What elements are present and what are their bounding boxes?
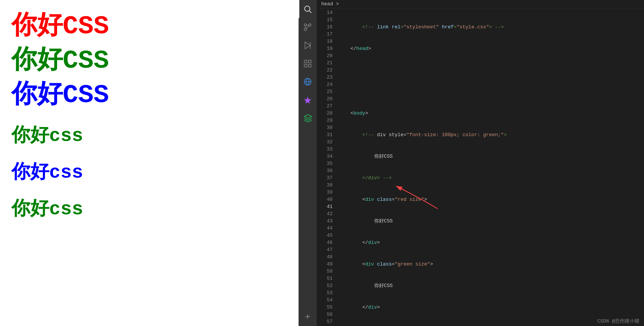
code-line-25: <div class="green size">: [339, 261, 644, 268]
sidebar-item-run[interactable]: [299, 36, 317, 54]
preview-text-2: 你好CSS: [11, 42, 287, 76]
code-line-14: <!-- link rel="stylesheet" href="style.c…: [339, 23, 644, 31]
svg-rect-8: [308, 60, 311, 63]
line-numbers: 14 15 16 17 18 19 20 21 22 23 24 25 26 2…: [317, 8, 336, 326]
code-line-17: [339, 88, 644, 95]
code-line-19: <!-- div style="font-size: 100px; color:…: [339, 131, 644, 138]
activity-bar: +: [299, 0, 317, 326]
svg-rect-10: [308, 64, 311, 67]
code-line-20: 你好CSS: [339, 153, 644, 160]
code-line-24: </div>: [339, 239, 644, 246]
preview-text-4: 你好css: [11, 122, 287, 147]
code-content[interactable]: <!-- link rel="stylesheet" href="style.c…: [336, 8, 644, 326]
code-line-22: <div class="red size">: [339, 196, 644, 203]
code-line-26: 你好CSS: [339, 282, 644, 289]
preview-text-1: 你好CSS: [11, 8, 287, 42]
svg-point-0: [305, 6, 310, 11]
code-line-16: [339, 67, 644, 74]
preview-text-3: 你好CSS: [11, 76, 287, 111]
svg-rect-9: [304, 64, 307, 67]
sidebar-item-search[interactable]: [299, 0, 317, 18]
svg-line-1: [310, 11, 312, 13]
code-line-27: </div>: [339, 304, 644, 311]
code-line-18: <body>: [339, 110, 644, 117]
svg-rect-7: [304, 60, 307, 63]
sidebar-item-source-control[interactable]: [299, 18, 317, 36]
watermark: CSDN @悲伤猪小猪: [593, 316, 644, 326]
sidebar-item-plugin2[interactable]: [299, 109, 317, 127]
svg-marker-5: [305, 42, 310, 49]
code-line-21: </div> -->: [339, 174, 644, 182]
svg-point-4: [304, 24, 307, 26]
code-area[interactable]: 14 15 16 17 18 19 20 21 22 23 24 25 26 2…: [317, 8, 644, 326]
breadcrumb-path: head >: [321, 1, 339, 7]
preview-panel: 你好CSS 你好CSS 你好CSS 你好css 你好css 你好css: [0, 0, 299, 326]
sidebar-item-extensions[interactable]: [299, 54, 317, 73]
code-line-15: </head>: [339, 45, 644, 52]
sidebar-item-remote[interactable]: [299, 73, 317, 91]
breadcrumb: head >: [317, 0, 644, 8]
sidebar-item-plugin1[interactable]: [299, 91, 317, 109]
preview-text-6: 你好css: [11, 196, 287, 221]
add-workspace-button[interactable]: +: [299, 308, 317, 326]
editor-panel: head > 14 15 16 17 18 19 20 21 22 23 24 …: [317, 0, 644, 326]
code-line-23: 你好CSS: [339, 217, 644, 225]
preview-text-5: 你好css: [11, 159, 287, 184]
